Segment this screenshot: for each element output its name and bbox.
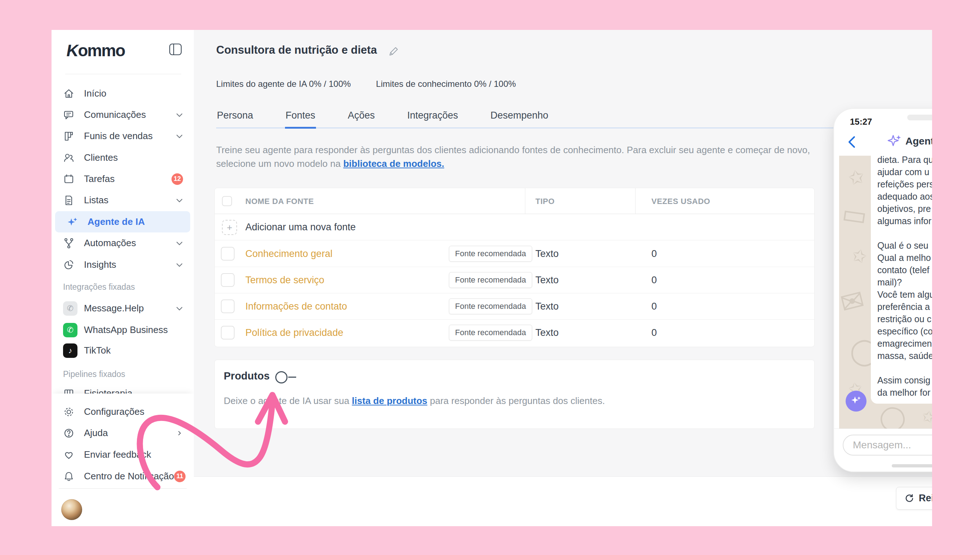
source-used-count: 0 bbox=[652, 248, 657, 260]
add-source-row[interactable]: + Adicionar uma nova fonte bbox=[215, 214, 814, 241]
pipeline-icon bbox=[63, 130, 75, 142]
products-toggle-off[interactable] bbox=[275, 371, 297, 386]
doodle-planet: ◯ bbox=[875, 400, 909, 428]
edit-title-pencil-icon[interactable] bbox=[388, 46, 399, 56]
pink-frame-background: Kommo Início Comunicações Funis de venda… bbox=[0, 0, 980, 555]
kommo-logo[interactable]: Kommo bbox=[67, 41, 125, 60]
tabs-bar: Persona Fontes Ações Integrações Desempe… bbox=[216, 107, 837, 128]
section-label-pipelines: Pipelines fixados bbox=[63, 369, 125, 379]
collapse-sidebar-icon[interactable] bbox=[169, 43, 182, 56]
source-name-link[interactable]: Informações de contato bbox=[245, 301, 347, 312]
source-used-count: 0 bbox=[652, 301, 657, 312]
source-name-link[interactable]: Política de privacidade bbox=[245, 327, 343, 338]
sidebar-item-whatsapp-business[interactable]: ✆ WhatsApp Business bbox=[51, 319, 194, 340]
sidebar-item-label: Message.Help bbox=[84, 303, 144, 314]
sidebar-item-ajuda[interactable]: Ajuda bbox=[51, 422, 194, 444]
home-icon bbox=[63, 88, 75, 99]
gear-icon bbox=[63, 406, 75, 418]
sources-description: Treine seu agente para responder às perg… bbox=[216, 143, 821, 170]
sidebar-item-configuracoes[interactable]: Configurações bbox=[51, 401, 194, 422]
row-checkbox[interactable] bbox=[221, 273, 235, 287]
products-description: Deixe o agente de IA usar sua lista de p… bbox=[224, 395, 605, 406]
message-paragraph: Assim consigda melhor for bbox=[878, 374, 932, 399]
sidebar-item-automacoes[interactable]: Automações bbox=[51, 233, 194, 254]
preview-footer: Reiniciar bbox=[194, 476, 932, 526]
sidebar-item-centro-notificacao[interactable]: Centro de Notificação 11 bbox=[51, 466, 194, 487]
back-chevron-icon[interactable] bbox=[846, 135, 857, 149]
limits-row: Limites do agente de IA 0% / 100% Limite… bbox=[216, 79, 516, 89]
sidebar-item-clientes[interactable]: Clientes bbox=[51, 147, 194, 168]
doodle-laptop: ▭ bbox=[840, 197, 869, 232]
sidebar-item-label: Início bbox=[84, 88, 106, 99]
sidebar-item-label: Listas bbox=[84, 195, 109, 206]
product-list-link[interactable]: lista de produtos bbox=[352, 395, 427, 406]
select-all-checkbox[interactable] bbox=[222, 196, 232, 206]
agent-name-title: Agente de IA bbox=[905, 135, 932, 147]
knowledge-limits-text: Limites de conhecimento 0% / 100% bbox=[376, 79, 516, 89]
sidebar-item-comunicacoes[interactable]: Comunicações bbox=[51, 104, 194, 125]
heart-icon bbox=[63, 449, 75, 460]
source-name-link[interactable]: Termos de serviço bbox=[245, 274, 324, 286]
doodle-star: ✩ bbox=[850, 244, 869, 268]
sources-description-text: Treine seu agente para responder às perg… bbox=[216, 144, 810, 169]
sidebar-item-label: Ajuda bbox=[84, 427, 108, 439]
phone-notch bbox=[907, 115, 932, 120]
products-description-text: Deixe o agente de IA usar sua bbox=[224, 395, 352, 406]
tiktok-icon: ♪ bbox=[63, 343, 77, 358]
bell-icon bbox=[63, 471, 75, 482]
divider bbox=[59, 488, 187, 489]
source-used-count: 0 bbox=[652, 274, 657, 286]
source-type: Texto bbox=[535, 301, 559, 312]
chevron-right-icon bbox=[176, 431, 183, 436]
status-bar-time: 15:27 bbox=[850, 117, 872, 127]
message-paragraph: dieta. Para quajudar com urefeições pers… bbox=[878, 156, 932, 227]
sidebar-item-tiktok[interactable]: ♪ TikTok bbox=[51, 340, 194, 361]
sidebar-item-label: Fisioterapia bbox=[84, 388, 132, 393]
app-screenshot: Kommo Início Comunicações Funis de venda… bbox=[51, 30, 932, 526]
column-divider bbox=[525, 188, 525, 214]
row-checkbox[interactable] bbox=[221, 326, 235, 340]
sidebar-item-enviar-feedback[interactable]: Enviar feedback bbox=[51, 444, 194, 465]
tab-desempenho[interactable]: Desempenho bbox=[490, 107, 549, 128]
source-name-link[interactable]: Conhecimento geral bbox=[245, 248, 333, 260]
row-checkbox[interactable] bbox=[221, 247, 235, 261]
row-checkbox[interactable] bbox=[221, 300, 235, 313]
user-avatar[interactable] bbox=[61, 499, 82, 520]
sidebar-item-agente-de-ia[interactable]: Agente de IA bbox=[55, 211, 190, 233]
sidebar-item-inicio[interactable]: Início bbox=[51, 83, 194, 104]
page-title: Consultora de nutrição e dieta bbox=[216, 43, 377, 56]
sidebar-item-label: Agente de IA bbox=[88, 216, 145, 228]
sidebar-item-label: WhatsApp Business bbox=[84, 324, 168, 335]
sidebar-item-tarefas[interactable]: Tarefas 12 bbox=[51, 168, 194, 189]
message-help-icon: ✆ bbox=[63, 301, 77, 316]
source-type: Texto bbox=[535, 274, 559, 286]
toggle-bar bbox=[288, 377, 296, 378]
tab-integracoes[interactable]: Integrações bbox=[407, 107, 459, 128]
tab-acoes[interactable]: Ações bbox=[347, 107, 375, 128]
recommended-badge: Fonte recomendada bbox=[449, 272, 532, 288]
source-row: Informações de contato Fonte recomendada… bbox=[215, 294, 814, 320]
sidebar-item-label: Centro de Notificação bbox=[84, 471, 174, 482]
sidebar-item-message-help[interactable]: ✆ Message.Help bbox=[51, 298, 194, 319]
tab-persona[interactable]: Persona bbox=[216, 107, 254, 128]
restart-button-label: Reiniciar bbox=[919, 492, 932, 504]
sidebar-item-pipeline-clipped[interactable]: Fisioterapia bbox=[51, 383, 194, 393]
doodle-star: ✩ bbox=[846, 165, 866, 189]
source-type: Texto bbox=[535, 327, 559, 338]
products-description-end: para responder às perguntas dos clientes… bbox=[427, 395, 605, 406]
model-library-link[interactable]: biblioteca de modelos. bbox=[343, 158, 444, 169]
agent-message-bubble: dieta. Para quajudar com urefeições pers… bbox=[871, 156, 932, 404]
sidebar-item-insights[interactable]: Insights bbox=[51, 254, 194, 275]
sidebar-item-funis-de-vendas[interactable]: Funis de vendas bbox=[51, 125, 194, 147]
sidebar-item-label: Configurações bbox=[84, 406, 144, 417]
source-row: Política de privacidade Fonte recomendad… bbox=[215, 320, 814, 347]
sidebar-item-label: Clientes bbox=[84, 152, 118, 163]
document-icon bbox=[63, 195, 75, 206]
tab-fontes[interactable]: Fontes bbox=[285, 107, 316, 129]
tasks-count-badge: 12 bbox=[171, 173, 183, 185]
chat-area: ✩ ▭ ✩ ✉ ◯ ✩ ◯ ✩ dieta. Para quajudar com… bbox=[839, 156, 932, 428]
restart-button[interactable]: Reiniciar bbox=[896, 487, 932, 510]
sidebar-item-listas[interactable]: Listas bbox=[51, 189, 194, 211]
message-input-bar bbox=[834, 428, 932, 472]
message-input[interactable] bbox=[843, 435, 932, 456]
